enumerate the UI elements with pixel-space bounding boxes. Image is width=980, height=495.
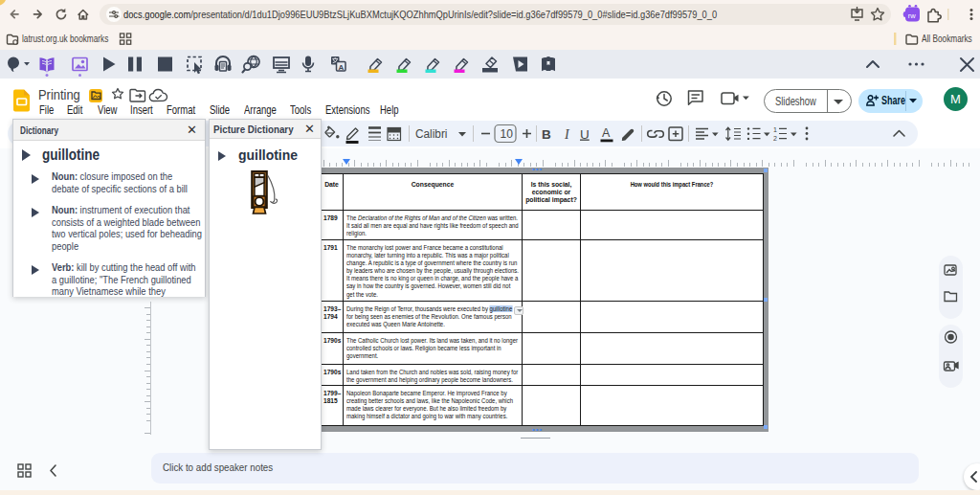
svg-text:I: I [564, 127, 570, 142]
svg-text:Calibri: Calibri [415, 127, 448, 141]
svg-text:B: B [542, 127, 551, 142]
svg-text:1: 1 [773, 126, 777, 133]
svg-text:A: A [339, 63, 345, 72]
svg-text:rw: rw [908, 11, 916, 20]
svg-text:2: 2 [773, 135, 777, 142]
svg-text:10: 10 [501, 127, 514, 141]
svg-text:A: A [602, 126, 611, 140]
svg-text:U: U [580, 127, 590, 142]
